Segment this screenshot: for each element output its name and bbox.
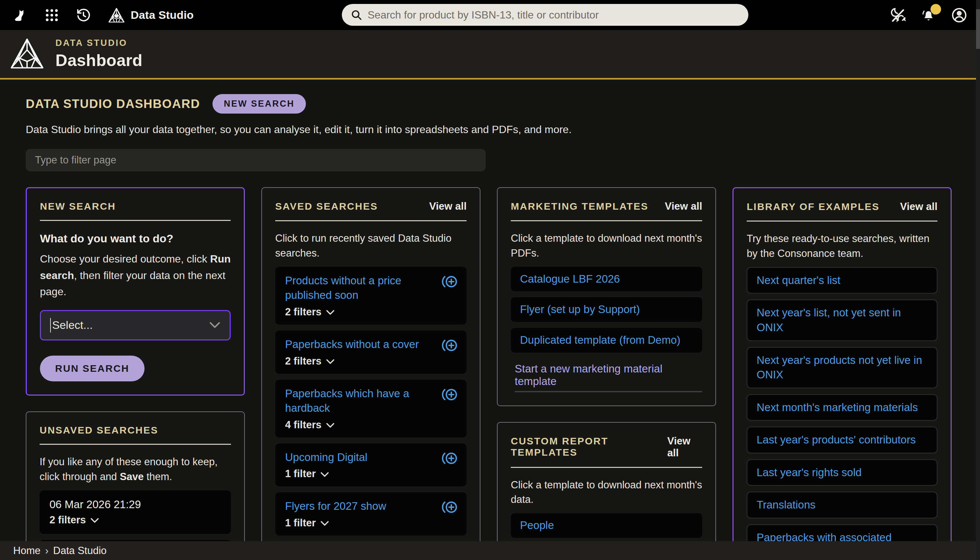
- filters-toggle[interactable]: 4 filters: [285, 419, 335, 431]
- header-eyebrow: DATA STUDIO: [55, 38, 143, 48]
- view-all-link[interactable]: View all: [665, 200, 702, 212]
- page-filter-input[interactable]: [26, 149, 486, 172]
- run-and-add-icon[interactable]: [440, 498, 459, 517]
- search-icon: [350, 9, 362, 21]
- saved-desc: Click to run recently saved Data Studio …: [275, 231, 467, 261]
- divider: [40, 444, 231, 445]
- example-search-link[interactable]: Next quarter's list: [757, 273, 927, 288]
- chevron-down-icon: [321, 521, 329, 526]
- divider: [275, 220, 467, 221]
- custom-report-templates-card: CUSTOM REPORT TEMPLATES View all Click a…: [497, 422, 716, 560]
- global-search-input[interactable]: [367, 9, 740, 21]
- chevron-down-icon: [321, 472, 329, 477]
- example-search-item[interactable]: Last year's products' contributors: [747, 427, 937, 453]
- example-search-link[interactable]: Next year's products not yet live in ONI…: [757, 353, 927, 382]
- outcome-select[interactable]: Select...: [40, 310, 231, 340]
- saved-search-item[interactable]: Products without a price published soon …: [275, 267, 467, 325]
- marketing-templates-card: MARKETING TEMPLATES View all Click a tem…: [497, 187, 716, 406]
- template-item[interactable]: Duplicated template (from Demo): [511, 328, 702, 353]
- example-search-link[interactable]: Translations: [757, 498, 927, 512]
- saved-search-link[interactable]: Products without a price published soon: [285, 273, 426, 303]
- divider: [511, 220, 702, 221]
- notifications-bell-icon[interactable]: [920, 7, 937, 23]
- top-bar: Data Studio: [0, 0, 980, 30]
- run-and-add-icon[interactable]: [440, 386, 459, 405]
- new-marketing-template-link[interactable]: Start a new marketing material template: [515, 363, 702, 392]
- unsaved-search-link[interactable]: 06 Mar 2026 21:29: [50, 498, 221, 511]
- chevron-down-icon: [326, 359, 335, 365]
- template-link[interactable]: Flyer (set up by Support): [520, 302, 693, 317]
- cat-icon[interactable]: [13, 8, 28, 23]
- library-desc: Try these ready-to-use searches, written…: [747, 232, 937, 261]
- example-search-item[interactable]: Next month's marketing materials: [747, 394, 937, 421]
- template-item[interactable]: Flyer (set up by Support): [511, 297, 702, 322]
- card-title: CUSTOM REPORT TEMPLATES: [511, 435, 667, 458]
- account-icon[interactable]: [951, 7, 967, 23]
- global-search[interactable]: [342, 4, 748, 26]
- saved-search-item[interactable]: Upcoming Digital 1 filter: [275, 443, 467, 487]
- filters-toggle[interactable]: 1 filter: [285, 468, 329, 480]
- view-all-link[interactable]: View all: [429, 200, 467, 212]
- saved-search-link[interactable]: Paperbacks which have a hardback: [285, 386, 426, 416]
- divider: [747, 220, 937, 222]
- consonance-logo-icon[interactable]: [108, 8, 125, 23]
- example-search-link[interactable]: Next month's marketing materials: [757, 400, 927, 415]
- saved-search-item[interactable]: Paperbacks which have a hardback 4 filte…: [275, 380, 467, 438]
- saved-search-item[interactable]: Flyers for 2027 show 1 filter: [275, 492, 467, 535]
- example-search-item[interactable]: Next year's products not yet live in ONI…: [747, 347, 937, 388]
- page-title: Dashboard: [55, 51, 143, 70]
- new-search-badge[interactable]: NEW SEARCH: [213, 94, 306, 113]
- breadcrumb-home-link[interactable]: Home: [13, 545, 41, 557]
- chevron-down-icon: [326, 423, 335, 428]
- example-search-link[interactable]: Last year's rights sold: [757, 465, 927, 480]
- unsaved-desc: If you like any of these enough to keep,…: [40, 455, 231, 484]
- page-header: DATA STUDIO Dashboard: [0, 30, 980, 80]
- view-all-link[interactable]: View all: [900, 201, 937, 213]
- chevron-down-icon: [90, 518, 99, 523]
- apps-grid-icon[interactable]: [45, 8, 59, 22]
- example-search-item[interactable]: Next quarter's list: [747, 267, 937, 294]
- saved-search-link[interactable]: Upcoming Digital: [285, 450, 426, 465]
- text-caret: [50, 318, 51, 332]
- breadcrumb-separator: ›: [45, 545, 48, 557]
- custom-desc: Click a template to download next month'…: [511, 478, 702, 508]
- example-search-item[interactable]: Translations: [747, 492, 937, 518]
- library-of-examples-card: LIBRARY OF EXAMPLES View all Try these r…: [733, 187, 952, 560]
- saved-searches-card: SAVED SEARCHES View all Click to run rec…: [261, 187, 480, 550]
- template-link[interactable]: Catalogue LBF 2026: [520, 272, 693, 287]
- example-search-item[interactable]: Next year's list, not yet sent in ONIX: [747, 300, 937, 341]
- divider: [40, 220, 231, 221]
- notification-dot: [930, 4, 941, 15]
- filters-toggle[interactable]: 1 filter: [285, 517, 329, 529]
- run-and-add-icon[interactable]: [440, 273, 459, 292]
- template-item[interactable]: People: [511, 513, 702, 538]
- chevron-down-icon: [209, 322, 221, 329]
- history-icon[interactable]: [76, 8, 91, 23]
- view-all-link[interactable]: View all: [667, 435, 702, 459]
- example-search-item[interactable]: Last year's rights sold: [747, 459, 937, 486]
- scrollbar-thumb[interactable]: [976, 9, 980, 49]
- example-search-link[interactable]: Last year's products' contributors: [757, 433, 927, 447]
- saved-search-link[interactable]: Paperbacks without a cover: [285, 337, 426, 352]
- unsaved-searches-card: UNSAVED SEARCHES If you like any of thes…: [26, 412, 245, 560]
- topbar-app-name: Data Studio: [131, 8, 194, 22]
- saved-search-link[interactable]: Flyers for 2027 show: [285, 499, 426, 514]
- card-title: MARKETING TEMPLATES: [511, 201, 648, 212]
- filters-toggle[interactable]: 2 filters: [285, 355, 335, 367]
- run-and-add-icon[interactable]: [440, 337, 459, 356]
- card-title: LIBRARY OF EXAMPLES: [747, 201, 880, 212]
- template-item[interactable]: Catalogue LBF 2026: [511, 267, 702, 292]
- scrollbar[interactable]: [976, 0, 980, 560]
- run-search-button[interactable]: RUN SEARCH: [40, 356, 145, 382]
- run-and-add-icon[interactable]: [440, 449, 459, 468]
- template-link[interactable]: People: [520, 518, 693, 533]
- example-search-link[interactable]: Next year's list, not yet sent in ONIX: [757, 305, 927, 335]
- dashboard-intro: Data Studio brings all your data togethe…: [26, 123, 950, 136]
- filters-toggle[interactable]: 2 filters: [50, 514, 99, 526]
- unsaved-search-item[interactable]: 06 Mar 2026 21:29 2 filters: [40, 490, 231, 534]
- filters-toggle[interactable]: 2 filters: [285, 306, 335, 318]
- saved-search-item[interactable]: Paperbacks without a cover 2 filters: [275, 330, 467, 374]
- card-title: SAVED SEARCHES: [275, 201, 378, 212]
- theme-toggle-icon[interactable]: [890, 7, 906, 23]
- template-link[interactable]: Duplicated template (from Demo): [520, 333, 693, 348]
